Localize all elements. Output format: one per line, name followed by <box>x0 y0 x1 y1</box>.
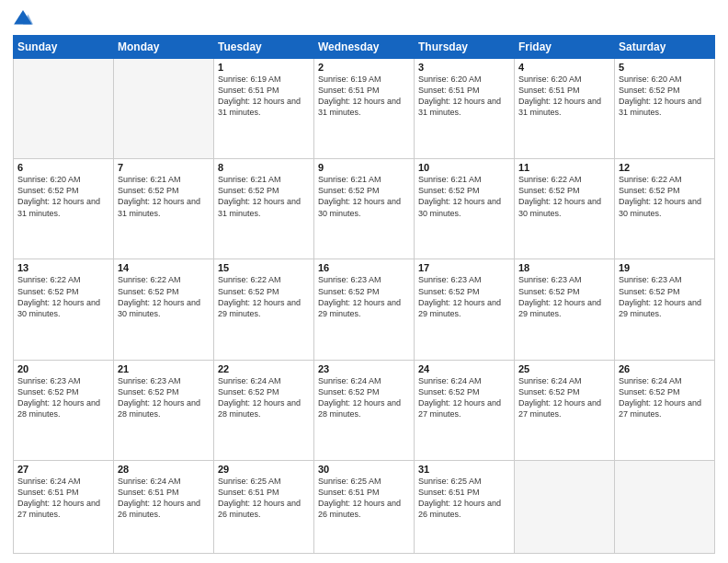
day-info: Sunrise: 6:20 AM Sunset: 6:52 PM Dayligh… <box>619 74 711 119</box>
day-info: Sunrise: 6:20 AM Sunset: 6:51 PM Dayligh… <box>518 74 610 119</box>
calendar-cell: 4Sunrise: 6:20 AM Sunset: 6:51 PM Daylig… <box>515 59 615 159</box>
day-number: 17 <box>418 262 510 273</box>
day-info: Sunrise: 6:23 AM Sunset: 6:52 PM Dayligh… <box>518 274 610 319</box>
calendar-cell: 16Sunrise: 6:23 AM Sunset: 6:52 PM Dayli… <box>314 259 415 360</box>
day-number: 4 <box>518 62 610 73</box>
calendar-cell: 28Sunrise: 6:24 AM Sunset: 6:51 PM Dayli… <box>114 460 214 553</box>
calendar-cell: 30Sunrise: 6:25 AM Sunset: 6:51 PM Dayli… <box>314 460 415 553</box>
calendar-cell: 8Sunrise: 6:21 AM Sunset: 6:52 PM Daylig… <box>214 159 314 259</box>
day-info: Sunrise: 6:20 AM Sunset: 6:52 PM Dayligh… <box>17 174 109 219</box>
calendar-cell: 26Sunrise: 6:24 AM Sunset: 6:52 PM Dayli… <box>615 360 715 460</box>
day-number: 18 <box>518 262 610 273</box>
calendar-cell: 2Sunrise: 6:19 AM Sunset: 6:51 PM Daylig… <box>314 59 415 159</box>
calendar-cell <box>114 59 214 159</box>
day-number: 5 <box>619 62 711 73</box>
calendar-cell <box>615 460 715 553</box>
day-info: Sunrise: 6:25 AM Sunset: 6:51 PM Dayligh… <box>418 476 510 521</box>
calendar-cell: 24Sunrise: 6:24 AM Sunset: 6:52 PM Dayli… <box>415 360 515 460</box>
day-number: 16 <box>318 262 410 273</box>
day-info: Sunrise: 6:21 AM Sunset: 6:52 PM Dayligh… <box>418 174 510 219</box>
calendar-cell: 18Sunrise: 6:23 AM Sunset: 6:52 PM Dayli… <box>515 259 615 360</box>
day-number: 21 <box>118 363 210 374</box>
weekday-header-thursday: Thursday <box>415 36 515 59</box>
day-number: 13 <box>17 262 109 273</box>
calendar-cell: 29Sunrise: 6:25 AM Sunset: 6:51 PM Dayli… <box>214 460 314 553</box>
calendar-cell: 1Sunrise: 6:19 AM Sunset: 6:51 PM Daylig… <box>214 59 314 159</box>
calendar-row-3: 20Sunrise: 6:23 AM Sunset: 6:52 PM Dayli… <box>14 360 715 460</box>
calendar-row-1: 6Sunrise: 6:20 AM Sunset: 6:52 PM Daylig… <box>14 159 715 259</box>
day-number: 1 <box>218 62 310 73</box>
calendar-cell: 20Sunrise: 6:23 AM Sunset: 6:52 PM Dayli… <box>14 360 114 460</box>
weekday-header-friday: Friday <box>515 36 615 59</box>
day-info: Sunrise: 6:24 AM Sunset: 6:51 PM Dayligh… <box>17 476 109 521</box>
day-info: Sunrise: 6:20 AM Sunset: 6:51 PM Dayligh… <box>418 74 510 119</box>
weekday-header-wednesday: Wednesday <box>314 36 415 59</box>
day-info: Sunrise: 6:25 AM Sunset: 6:51 PM Dayligh… <box>218 476 310 521</box>
day-number: 8 <box>218 162 310 173</box>
day-info: Sunrise: 6:23 AM Sunset: 6:52 PM Dayligh… <box>318 274 410 319</box>
day-number: 12 <box>619 162 711 173</box>
calendar-cell: 15Sunrise: 6:22 AM Sunset: 6:52 PM Dayli… <box>214 259 314 360</box>
day-number: 15 <box>218 262 310 273</box>
day-info: Sunrise: 6:24 AM Sunset: 6:52 PM Dayligh… <box>518 375 610 420</box>
day-info: Sunrise: 6:24 AM Sunset: 6:51 PM Dayligh… <box>118 476 210 521</box>
day-info: Sunrise: 6:21 AM Sunset: 6:52 PM Dayligh… <box>318 174 410 219</box>
day-info: Sunrise: 6:23 AM Sunset: 6:52 PM Dayligh… <box>118 375 210 420</box>
calendar-cell: 22Sunrise: 6:24 AM Sunset: 6:52 PM Dayli… <box>214 360 314 460</box>
day-number: 20 <box>17 363 109 374</box>
day-number: 30 <box>318 464 410 475</box>
calendar-cell: 9Sunrise: 6:21 AM Sunset: 6:52 PM Daylig… <box>314 159 415 259</box>
calendar-cell: 14Sunrise: 6:22 AM Sunset: 6:52 PM Dayli… <box>114 259 214 360</box>
day-info: Sunrise: 6:23 AM Sunset: 6:52 PM Dayligh… <box>17 375 109 420</box>
day-info: Sunrise: 6:22 AM Sunset: 6:52 PM Dayligh… <box>118 274 210 319</box>
page: SundayMondayTuesdayWednesdayThursdayFrid… <box>0 0 728 563</box>
calendar-cell: 19Sunrise: 6:23 AM Sunset: 6:52 PM Dayli… <box>615 259 715 360</box>
day-info: Sunrise: 6:23 AM Sunset: 6:52 PM Dayligh… <box>418 274 510 319</box>
day-number: 11 <box>518 162 610 173</box>
day-number: 9 <box>318 162 410 173</box>
calendar-cell: 12Sunrise: 6:22 AM Sunset: 6:52 PM Dayli… <box>615 159 715 259</box>
day-number: 24 <box>418 363 510 374</box>
day-info: Sunrise: 6:24 AM Sunset: 6:52 PM Dayligh… <box>418 375 510 420</box>
calendar-cell <box>515 460 615 553</box>
calendar-cell: 13Sunrise: 6:22 AM Sunset: 6:52 PM Dayli… <box>14 259 114 360</box>
calendar-cell: 21Sunrise: 6:23 AM Sunset: 6:52 PM Dayli… <box>114 360 214 460</box>
day-number: 29 <box>218 464 310 475</box>
calendar-row-2: 13Sunrise: 6:22 AM Sunset: 6:52 PM Dayli… <box>14 259 715 360</box>
day-number: 10 <box>418 162 510 173</box>
day-number: 28 <box>118 464 210 475</box>
day-number: 14 <box>118 262 210 273</box>
calendar-cell: 25Sunrise: 6:24 AM Sunset: 6:52 PM Dayli… <box>515 360 615 460</box>
day-info: Sunrise: 6:21 AM Sunset: 6:52 PM Dayligh… <box>118 174 210 219</box>
header <box>13 9 715 29</box>
day-number: 22 <box>218 363 310 374</box>
day-info: Sunrise: 6:22 AM Sunset: 6:52 PM Dayligh… <box>218 274 310 319</box>
day-info: Sunrise: 6:19 AM Sunset: 6:51 PM Dayligh… <box>318 74 410 119</box>
logo <box>13 9 37 29</box>
day-info: Sunrise: 6:23 AM Sunset: 6:52 PM Dayligh… <box>619 274 711 319</box>
weekday-header-tuesday: Tuesday <box>214 36 314 59</box>
day-info: Sunrise: 6:25 AM Sunset: 6:51 PM Dayligh… <box>318 476 410 521</box>
calendar-cell: 11Sunrise: 6:22 AM Sunset: 6:52 PM Dayli… <box>515 159 615 259</box>
day-number: 31 <box>418 464 510 475</box>
day-number: 6 <box>17 162 109 173</box>
calendar-cell: 3Sunrise: 6:20 AM Sunset: 6:51 PM Daylig… <box>415 59 515 159</box>
calendar-row-0: 1Sunrise: 6:19 AM Sunset: 6:51 PM Daylig… <box>14 59 715 159</box>
day-number: 3 <box>418 62 510 73</box>
calendar-cell: 27Sunrise: 6:24 AM Sunset: 6:51 PM Dayli… <box>14 460 114 553</box>
weekday-header-monday: Monday <box>114 36 214 59</box>
calendar-cell: 31Sunrise: 6:25 AM Sunset: 6:51 PM Dayli… <box>415 460 515 553</box>
calendar-cell: 17Sunrise: 6:23 AM Sunset: 6:52 PM Dayli… <box>415 259 515 360</box>
calendar-row-4: 27Sunrise: 6:24 AM Sunset: 6:51 PM Dayli… <box>14 460 715 553</box>
calendar-cell <box>14 59 114 159</box>
calendar-cell: 6Sunrise: 6:20 AM Sunset: 6:52 PM Daylig… <box>14 159 114 259</box>
day-number: 7 <box>118 162 210 173</box>
day-info: Sunrise: 6:24 AM Sunset: 6:52 PM Dayligh… <box>218 375 310 420</box>
day-number: 23 <box>318 363 410 374</box>
weekday-header-saturday: Saturday <box>615 36 715 59</box>
day-number: 27 <box>17 464 109 475</box>
day-info: Sunrise: 6:22 AM Sunset: 6:52 PM Dayligh… <box>619 174 711 219</box>
day-number: 25 <box>518 363 610 374</box>
weekday-header-row: SundayMondayTuesdayWednesdayThursdayFrid… <box>14 36 715 59</box>
calendar-cell: 23Sunrise: 6:24 AM Sunset: 6:52 PM Dayli… <box>314 360 415 460</box>
